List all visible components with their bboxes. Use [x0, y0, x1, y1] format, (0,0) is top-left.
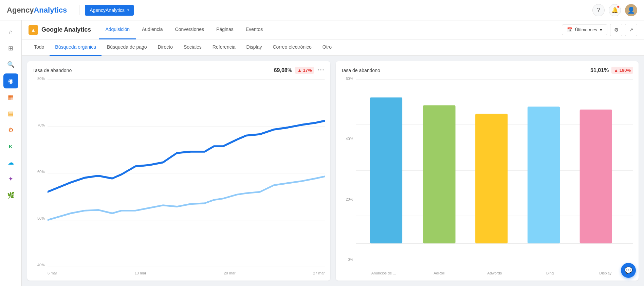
subtab-organica[interactable]: Búsqueda orgánica	[50, 39, 102, 56]
bar-chart-x-labels: Anuncios de ... AdRoll Adwords Bing Disp…	[356, 271, 633, 275]
logo-analytics: Analytics	[34, 6, 67, 15]
agency-dropdown-button[interactable]: AgencyAnalytics ▾	[85, 5, 134, 16]
tab-eventos[interactable]: Eventos	[240, 20, 269, 39]
sidebar-item-salesforce[interactable]: ☁	[3, 155, 18, 170]
chevron-down-icon: ▾	[600, 27, 602, 32]
share-button[interactable]: ↗	[625, 24, 637, 36]
sidebar-item-extra[interactable]: ✦	[3, 171, 18, 186]
tab-paginas[interactable]: Páginas	[210, 20, 240, 39]
line-chart-value: 69,08%	[274, 67, 292, 73]
subtab-pago[interactable]: Búsqueda de pago	[102, 39, 152, 56]
help-icon: ?	[597, 7, 600, 13]
subtab-referencia[interactable]: Referencia	[207, 39, 241, 56]
tab-conversiones[interactable]: Conversiones	[169, 20, 210, 39]
avatar[interactable]: 👤	[625, 4, 637, 16]
content-area: ▲ Google Analytics Adquisición Audiencia…	[22, 20, 644, 286]
line-chart-card: Tasa de abandono 69,08% ▲ 17% ··· 80% 70…	[27, 61, 330, 281]
bar-chart-svg	[356, 79, 633, 262]
secondary-nav: ▲ Google Analytics Adquisición Audiencia…	[22, 20, 644, 39]
nav-tabs: Adquisición Audiencia Conversiones Págin…	[99, 20, 562, 39]
sidebar-item-analytics[interactable]: ▦	[3, 90, 18, 105]
sub-tabs-row: Todo Búsqueda orgánica Búsqueda de pago …	[22, 39, 644, 56]
subtab-display[interactable]: Display	[241, 39, 268, 56]
bar-chart-card: Tasa de abandono 51,01% ▲ 190% 60% 40% 2…	[336, 61, 639, 281]
svg-rect-12	[475, 114, 508, 243]
tab-adquisicion[interactable]: Adquisición	[99, 20, 136, 39]
logo-agency: Agency	[7, 6, 34, 15]
help-button[interactable]: ?	[592, 4, 605, 16]
svg-rect-11	[423, 105, 455, 243]
ga-title: Google Analytics	[41, 26, 91, 33]
calendar-icon: 📅	[567, 27, 572, 32]
data-icon: ▤	[8, 110, 14, 117]
sidebar-item-data[interactable]: ▤	[3, 106, 18, 121]
dropdown-label: AgencyAnalytics	[90, 7, 125, 13]
bar-chart-container: 60% 40% 20% 0%	[341, 77, 633, 275]
notification-dot	[617, 5, 620, 8]
line-chart-y-labels: 80% 70% 60% 50% 40%	[33, 77, 46, 267]
bar-chart-title: Tasa de abandono	[341, 68, 380, 73]
line-chart-header: Tasa de abandono 69,08% ▲ 17% ···	[33, 67, 325, 74]
date-label: Último mes	[575, 27, 597, 32]
notification-button[interactable]: 🔔	[609, 4, 621, 16]
search-icon: 🔍	[7, 61, 15, 68]
subtab-sociales[interactable]: Sociales	[178, 39, 207, 56]
line-chart-title: Tasa de abandono	[33, 68, 72, 73]
top-bar-right: ? 🔔 👤	[592, 4, 637, 16]
sidebar-item-home[interactable]: ⌂	[3, 24, 18, 39]
subtab-correo[interactable]: Correo electrónico	[267, 39, 317, 56]
sidebar-item-grid[interactable]: ⊞	[3, 41, 18, 56]
bar-chart-header: Tasa de abandono 51,01% ▲ 190%	[341, 67, 633, 74]
charts-area: Tasa de abandono 69,08% ▲ 17% ··· 80% 70…	[22, 56, 644, 286]
hubspot-icon: ⚙	[8, 126, 14, 134]
svg-rect-14	[579, 110, 612, 243]
line-chart-menu-button[interactable]: ···	[317, 67, 325, 74]
line-chart-svg	[48, 79, 325, 267]
pie-chart-icon: ◉	[8, 77, 14, 85]
chevron-down-icon: ▾	[127, 8, 129, 12]
bar-chart-value: 51,01%	[590, 67, 609, 73]
salesforce-icon: ☁	[8, 159, 14, 166]
chat-bubble-button[interactable]: 💬	[621, 263, 636, 278]
ga-logo-icon: ▲	[31, 27, 36, 33]
sidebar-item-search[interactable]: 🔍	[3, 57, 18, 72]
ga-logo-area: ▲ Google Analytics	[29, 25, 91, 35]
klipfolio-icon: K	[9, 144, 13, 149]
sidebar-item-klipfolio[interactable]: K	[3, 139, 18, 154]
sidebar-item-reports[interactable]: ◉	[3, 73, 18, 88]
share-icon: ↗	[629, 27, 633, 33]
chat-icon: 💬	[624, 266, 633, 274]
logo[interactable]: AgencyAnalytics	[7, 6, 67, 15]
svg-rect-13	[527, 106, 559, 243]
main-layout: ⌂ ⊞ 🔍 ◉ ▦ ▤ ⚙ K ☁ ✦ 🌿	[0, 20, 644, 286]
line-chart-container: 80% 70% 60% 50% 40%	[33, 77, 325, 275]
filter-icon: ⚙	[614, 27, 619, 33]
svg-rect-10	[370, 98, 402, 243]
date-picker-button[interactable]: 📅 Último mes ▾	[562, 24, 607, 35]
home-icon: ⌂	[9, 29, 13, 36]
avatar-image: 👤	[627, 6, 635, 14]
sidebar-item-leaf[interactable]: 🌿	[3, 188, 18, 203]
line-chart-trend-badge: ▲ 17%	[295, 67, 314, 74]
nav-right: 📅 Último mes ▾ ⚙ ↗	[562, 24, 637, 36]
tab-audiencia[interactable]: Audiencia	[136, 20, 169, 39]
bar-chart-trend-badge: ▲ 190%	[611, 67, 633, 74]
bar-chart-icon: ▦	[8, 94, 14, 101]
subtab-otro[interactable]: Otro	[317, 39, 337, 56]
bar-chart-y-labels: 60% 40% 20% 0%	[341, 77, 355, 262]
leaf-icon: 🌿	[7, 191, 15, 199]
filter-button[interactable]: ⚙	[610, 24, 622, 36]
sidebar-item-hubspot[interactable]: ⚙	[3, 122, 18, 137]
sidebar: ⌂ ⊞ 🔍 ◉ ▦ ▤ ⚙ K ☁ ✦ 🌿	[0, 20, 22, 286]
extra-icon: ✦	[8, 175, 13, 183]
top-bar: AgencyAnalytics AgencyAnalytics ▾ ? 🔔 👤	[0, 0, 644, 20]
divider	[79, 5, 79, 15]
subtab-directo[interactable]: Directo	[152, 39, 178, 56]
grid-icon: ⊞	[8, 45, 13, 52]
line-chart-x-labels: 6 mar 13 mar 20 mar 27 mar	[48, 271, 325, 275]
ga-icon: ▲	[29, 25, 38, 35]
subtab-todo[interactable]: Todo	[29, 39, 50, 56]
